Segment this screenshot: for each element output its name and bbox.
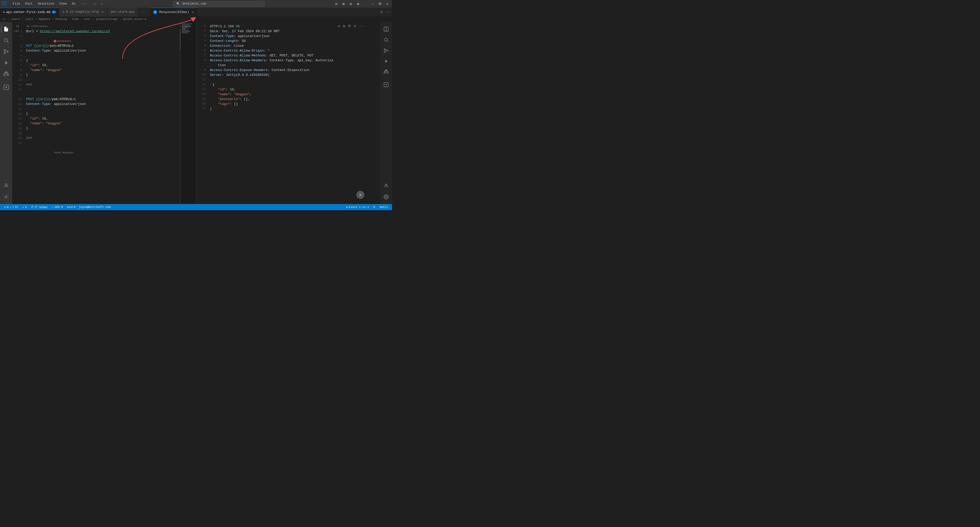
search-container: 🔍 devkimchi.com xyxy=(107,1,331,7)
right-sidebar-ext-icon[interactable] xyxy=(381,67,391,77)
nav-forward-button[interactable]: → xyxy=(99,1,104,6)
activity-bottom-icons xyxy=(1,180,11,202)
search-icon: 🔍 xyxy=(177,2,180,6)
scroll-to-top-button[interactable]: ∧ xyxy=(356,191,364,199)
right-sidebar-settings-icon[interactable] xyxy=(381,192,391,202)
resp-line-8b: tion xyxy=(209,63,380,68)
status-spell[interactable]: Spell xyxy=(377,204,390,210)
svg-point-16 xyxy=(384,38,387,41)
left-editor-scrollbar-thumb[interactable] xyxy=(180,30,180,50)
panel-layout-icon[interactable]: ⊟ xyxy=(337,23,341,29)
panel-expand-icon[interactable]: ⊟ xyxy=(353,23,357,29)
tabs-overflow-button[interactable]: ··· xyxy=(138,10,148,14)
menu-edit[interactable]: Edit xyxy=(23,2,35,6)
menu-view[interactable]: View xyxy=(57,2,68,6)
tab-label: 1-0-11-tempFile.http xyxy=(62,10,99,14)
status-errors[interactable]: ✕ 0 ⚠ 7 21 xyxy=(2,204,21,210)
code-line-15 xyxy=(25,107,181,111)
right-sidebar-run-icon[interactable] xyxy=(381,56,391,66)
editor-right-content[interactable]: 1 2 3 4 5 6 7 8 9 10 11 12 13 1 xyxy=(196,22,380,204)
layout-toggle-2[interactable]: ⊠ xyxy=(341,1,346,6)
send-request-3[interactable]: Send Request xyxy=(25,145,181,150)
response-tab-close-icon[interactable]: ✕ xyxy=(191,10,195,14)
resp-line-12: ▾{ xyxy=(209,82,380,87)
resp-line-9: Access-Control-Expose-Headers: Content-D… xyxy=(209,68,380,73)
editor-right: 1 2 3 4 5 6 7 8 9 10 11 12 13 1 xyxy=(196,22,380,204)
split-editor-icon[interactable]: ⊟ xyxy=(379,9,383,15)
time-value: ⏱ 833ms xyxy=(35,205,48,209)
svg-point-18 xyxy=(384,49,385,50)
resp-line-16: "tags": [] xyxy=(209,102,380,107)
send-request-1[interactable]: Send Request xyxy=(25,38,181,43)
send-request-arrow xyxy=(52,39,72,43)
layout-toggle-1[interactable]: ⊟ xyxy=(334,1,339,6)
activity-extensions-icon[interactable] xyxy=(1,69,11,79)
resp-line-5: Connection: close xyxy=(209,43,380,48)
tab-pet-store[interactable]: pet-store-api xyxy=(108,8,138,17)
status-time[interactable]: ⏱ ⏱ 833ms xyxy=(29,204,50,210)
activity-files-icon[interactable] xyxy=(1,24,11,34)
tab-tempfile[interactable]: 1-0-11-tempFile.http ✕ xyxy=(59,8,107,17)
activity-source-control-icon[interactable] xyxy=(1,46,11,57)
code-line-20 xyxy=(25,131,181,135)
menu-more[interactable]: ··· xyxy=(79,2,88,6)
tab-api-center[interactable]: ● api-center-first-look.md 7 xyxy=(0,8,59,17)
resp-line-4: Content-Length: 50 xyxy=(209,38,380,43)
activity-search-icon[interactable] xyxy=(1,35,11,45)
line-numbers-right: 1 2 3 4 5 6 7 8 9 10 11 12 13 1 xyxy=(196,22,209,204)
layout-toggle-4[interactable]: ⊞ xyxy=(355,1,361,6)
layout-toggle-3[interactable]: ⊟ xyxy=(348,1,353,6)
panel-more-icon[interactable]: ··· xyxy=(358,23,366,29)
tab-badge: 7 xyxy=(52,11,56,14)
search-text: devkimchi.com xyxy=(182,2,206,6)
status-size[interactable]: ☐ 369 B xyxy=(50,204,65,210)
nav-back-button[interactable]: ← xyxy=(92,1,97,6)
code-area-left: 19 ref 1 2 3 4 5 6 7 8 9 10 11 12 xyxy=(12,22,196,204)
right-sidebar-git-icon[interactable] xyxy=(381,45,391,56)
search-bar[interactable]: 🔍 devkimchi.com xyxy=(173,1,265,7)
menu-file[interactable]: File xyxy=(11,2,22,6)
send-request-2[interactable]: Send Request xyxy=(25,92,181,97)
menu-selection[interactable]: Selection xyxy=(36,2,56,6)
minimize-button[interactable]: — xyxy=(370,1,375,6)
tab-label: api-center-first-look.md xyxy=(6,11,51,14)
right-sidebar-layout-icon[interactable] xyxy=(381,24,391,34)
error-count: 0 xyxy=(7,205,9,209)
resp-line-14: "name": "doggie", xyxy=(209,92,380,97)
response-tab-icon: R xyxy=(153,10,157,14)
code-line-8: "name": "doggie" xyxy=(25,68,181,73)
status-azure[interactable]: Azure: juyoo@microsoft.com xyxy=(65,204,113,210)
activity-settings-icon[interactable] xyxy=(1,192,11,202)
code-line-19: } xyxy=(25,126,181,131)
tab-label: pet-store-api xyxy=(111,10,135,14)
status-network[interactable]: ⌁ 0 xyxy=(21,204,29,210)
app-logo xyxy=(2,1,6,7)
status-kiota[interactable]: ⚙ kiota 1.11.1 xyxy=(344,204,371,210)
activity-account-icon[interactable] xyxy=(1,180,11,191)
right-sidebar-search-icon[interactable] xyxy=(381,35,391,45)
status-bar: ✕ 0 ⚠ 7 21 ⌁ 0 ⏱ ⏱ 833ms ☐ 369 B Azure: … xyxy=(0,204,392,210)
menu-go[interactable]: Go xyxy=(70,2,77,6)
svg-line-17 xyxy=(387,41,388,42)
ref-count: 19 references xyxy=(25,24,181,29)
right-sidebar xyxy=(380,22,392,204)
svg-line-1 xyxy=(7,41,8,43)
restore-button[interactable]: ⧉ xyxy=(377,1,383,6)
activity-run-debug-icon[interactable] xyxy=(1,58,11,68)
close-button[interactable]: ✕ xyxy=(385,1,390,6)
svg-point-3 xyxy=(4,53,6,54)
code-lines-left: 19 references @url = https://petstore3.s… xyxy=(25,22,181,204)
right-panel-actions: ⊟ ⊠ ⧉ ⊟ ··· xyxy=(337,23,366,29)
activity-api-icon[interactable] xyxy=(1,82,11,92)
panel-copy-icon[interactable]: ⧉ xyxy=(347,23,352,29)
editor-left-content[interactable]: 19 ref 1 2 3 4 5 6 7 8 9 10 11 12 xyxy=(12,22,196,204)
right-sidebar-api-icon[interactable] xyxy=(381,80,391,90)
right-sidebar-account-icon[interactable] xyxy=(381,180,391,191)
code-line-10 xyxy=(25,77,181,82)
panel-split-icon[interactable]: ⊠ xyxy=(342,23,346,29)
tab-close-icon[interactable]: ✕ xyxy=(100,10,104,14)
tab-response[interactable]: R Response(833ms) ✕ xyxy=(150,8,198,17)
status-sync[interactable]: ⟳ xyxy=(371,204,377,210)
svg-point-11 xyxy=(5,184,7,186)
more-actions-icon[interactable]: ··· xyxy=(383,9,392,15)
